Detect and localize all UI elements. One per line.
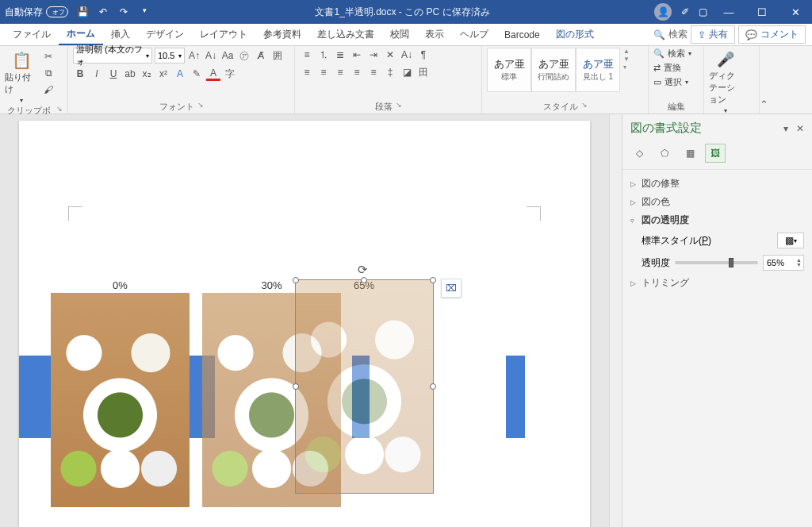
qat-more-icon[interactable]: ▾	[138, 6, 151, 17]
style-heading1[interactable]: あア亜見出し 1	[576, 48, 620, 92]
coming-soon-icon[interactable]: ✐	[681, 6, 689, 17]
section-correction[interactable]: ▷図の修整	[630, 175, 804, 193]
bold-icon[interactable]: B	[73, 67, 87, 81]
resize-handle[interactable]	[430, 277, 436, 283]
highlight-icon[interactable]: ✎	[190, 67, 204, 81]
text-effects-icon[interactable]: A	[173, 67, 187, 81]
find-button[interactable]: 🔍検索▾	[653, 48, 691, 60]
paragraph-dialog-icon[interactable]: ↘	[396, 101, 402, 113]
styles-gallery[interactable]: あア亜標準 あア亜行間詰め あア亜見出し 1	[487, 48, 620, 92]
increase-indent-icon[interactable]: ⇥	[366, 48, 381, 62]
shrink-font-icon[interactable]: A↓	[204, 48, 218, 63]
styles-dialog-icon[interactable]: ↘	[581, 101, 588, 113]
bullets-icon[interactable]: ≡	[300, 48, 314, 62]
styles-down-icon[interactable]: ▼	[623, 56, 630, 63]
resize-handle[interactable]	[293, 277, 299, 283]
collapse-ribbon-icon[interactable]: ⌃	[760, 46, 773, 113]
format-painter-icon[interactable]: 🖌	[41, 83, 56, 97]
tab-view[interactable]: 表示	[417, 24, 452, 45]
tab-barcode[interactable]: Barcode	[496, 24, 548, 45]
layout-options-button[interactable]: ⌧	[441, 279, 462, 298]
copy-icon[interactable]: ⧉	[41, 66, 56, 80]
justify-icon[interactable]: ≡	[350, 65, 364, 79]
enclose-char-icon[interactable]: 囲	[270, 48, 285, 63]
phonetic-guide-icon[interactable]: ㋐	[237, 48, 251, 63]
comments-button[interactable]: 💬コメント	[738, 25, 806, 44]
distributed-icon[interactable]: ≡	[366, 65, 381, 79]
resize-handle[interactable]	[361, 277, 367, 283]
asian-layout-icon[interactable]: ✕	[383, 48, 397, 62]
spin-down-icon[interactable]: ▼	[796, 263, 802, 267]
cut-icon[interactable]: ✂	[41, 49, 56, 63]
tab-layout[interactable]: レイアウト	[192, 24, 255, 45]
pane-close-icon[interactable]: ✕	[796, 123, 804, 134]
inserted-image-0[interactable]	[51, 293, 190, 507]
char-shading-icon[interactable]: 字	[223, 67, 237, 81]
redo-icon[interactable]: ↷	[117, 6, 130, 17]
italic-icon[interactable]: I	[90, 67, 104, 81]
tab-help[interactable]: ヘルプ	[452, 24, 496, 45]
numbering-icon[interactable]: ⒈	[316, 48, 331, 62]
style-normal[interactable]: あア亜標準	[487, 48, 531, 92]
shading-icon[interactable]: ◪	[400, 65, 414, 79]
tab-home[interactable]: ホーム	[59, 24, 103, 45]
styles-more-icon[interactable]: ▾	[623, 63, 630, 71]
pane-tab-picture-icon[interactable]: 🖼	[705, 144, 726, 163]
section-trimming[interactable]: ▷トリミング	[630, 274, 804, 292]
grow-font-icon[interactable]: A↑	[187, 48, 201, 63]
pane-tab-fill-icon[interactable]: ◇	[629, 144, 649, 163]
subscript-icon[interactable]: x₂	[140, 67, 154, 81]
show-marks-icon[interactable]: ¶	[416, 48, 431, 62]
transparency-presets-button[interactable]: ▩▾	[777, 233, 804, 248]
font-dialog-icon[interactable]: ↘	[197, 101, 204, 113]
rotate-handle-icon[interactable]: ⟳	[358, 263, 370, 275]
underline-icon[interactable]: U	[106, 67, 121, 81]
inserted-image-65-selected[interactable]: ⟳ ⌧	[295, 279, 434, 494]
tab-file[interactable]: ファイル	[5, 24, 59, 45]
resize-handle[interactable]	[293, 383, 299, 390]
ribbon-mode-icon[interactable]: ▢	[699, 6, 707, 17]
search-box[interactable]: 🔍 検索	[653, 28, 688, 41]
paste-button[interactable]: 📋 貼り付け ▾	[5, 48, 38, 104]
dictation-button[interactable]: 🎤 ディクテーション ▾	[709, 48, 742, 114]
decrease-indent-icon[interactable]: ⇤	[350, 48, 364, 62]
section-color[interactable]: ▷図の色	[630, 193, 804, 211]
maximize-button[interactable]: ☐	[750, 6, 774, 18]
replace-button[interactable]: ⇄置換	[653, 62, 691, 74]
align-left-icon[interactable]: ≡	[300, 65, 314, 79]
transparency-slider[interactable]	[675, 261, 758, 264]
tab-review[interactable]: 校閲	[382, 24, 417, 45]
pane-tab-layout-icon[interactable]: ▦	[680, 144, 700, 163]
pane-tab-effects-icon[interactable]: ⬠	[654, 144, 675, 163]
tab-references[interactable]: 参考資料	[255, 24, 309, 45]
document-area[interactable]: 0% 30% 65% ⟳	[0, 114, 609, 527]
user-avatar[interactable]: 👤	[654, 3, 672, 21]
save-icon[interactable]: 💾	[76, 6, 89, 17]
align-center-icon[interactable]: ≡	[316, 65, 331, 79]
style-nospacing[interactable]: あア亜行間詰め	[531, 48, 576, 92]
tab-design[interactable]: デザイン	[138, 24, 192, 45]
autosave-toggle[interactable]: 自動保存 オフ	[5, 6, 68, 19]
sort-icon[interactable]: A↓	[400, 48, 414, 62]
multilevel-icon[interactable]: ≣	[333, 48, 347, 62]
borders-icon[interactable]: 田	[416, 65, 431, 79]
change-case-icon[interactable]: Aa	[220, 48, 235, 63]
line-spacing-icon[interactable]: ‡	[383, 65, 397, 79]
font-color-icon[interactable]: A	[206, 67, 220, 81]
tab-insert[interactable]: 挿入	[103, 24, 138, 45]
minimize-button[interactable]: ―	[717, 6, 741, 18]
align-right-icon[interactable]: ≡	[333, 65, 347, 79]
resize-handle[interactable]	[430, 383, 436, 390]
styles-up-icon[interactable]: ▲	[623, 48, 630, 55]
strike-icon[interactable]: ab	[123, 67, 137, 81]
pane-menu-icon[interactable]: ▾	[783, 123, 788, 134]
undo-icon[interactable]: ↶	[97, 6, 109, 17]
tab-picture-format[interactable]: 図の形式	[548, 24, 602, 45]
close-button[interactable]: ✕	[783, 6, 807, 18]
font-name-select[interactable]: 游明朝 (本文のフォ▾	[73, 48, 152, 63]
share-button[interactable]: ⇪共有	[691, 25, 735, 44]
transparency-value-input[interactable]: 65% ▲▼	[763, 255, 804, 271]
superscript-icon[interactable]: x²	[156, 67, 170, 81]
tab-mailings[interactable]: 差し込み文書	[309, 24, 382, 45]
clear-format-icon[interactable]: A̸	[254, 48, 268, 63]
